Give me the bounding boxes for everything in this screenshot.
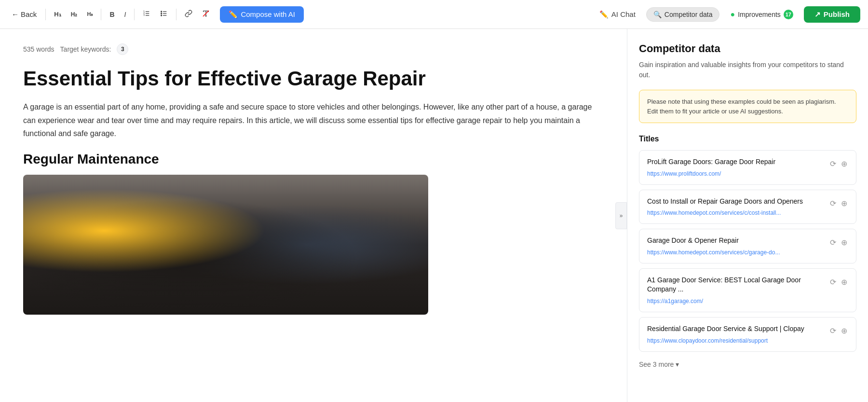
improvements-label: Improvements — [738, 11, 781, 18]
competitor-item: A1 Garage Door Service: BEST Local Garag… — [639, 268, 856, 312]
toolbar-right: ✏️ AI Chat 🔍 Competitor data ● Improveme… — [595, 6, 860, 23]
chevron-right-icon: » — [620, 212, 623, 219]
svg-point-10 — [161, 13, 162, 14]
competitor-add-button[interactable]: ⊕ — [840, 325, 848, 336]
competitor-refresh-button[interactable]: ⟳ — [829, 198, 837, 209]
svg-point-11 — [161, 15, 162, 16]
ai-chat-label: AI Chat — [611, 10, 636, 18]
competitor-item: Garage Door & Opener Repair https://www.… — [639, 229, 856, 263]
titles-section-label: Titles — [639, 135, 856, 143]
publish-label: Publish — [824, 10, 850, 18]
plagiarism-warning: Please note that using these examples co… — [639, 90, 856, 123]
search-icon: 🔍 — [653, 11, 662, 18]
competitor-refresh-button[interactable]: ⟳ — [829, 158, 837, 169]
h2-button[interactable]: H₂ — [68, 9, 81, 20]
competitor-item: ProLift Garage Doors: Garage Door Repair… — [639, 150, 856, 185]
competitor-item-title: A1 Garage Door Service: BEST Local Garag… — [647, 276, 824, 294]
panel-subtitle: Gain inspiration and valuable insights f… — [639, 60, 856, 80]
competitor-add-button[interactable]: ⊕ — [840, 277, 848, 288]
chevron-down-icon: ▾ — [676, 360, 679, 368]
toolbar-divider-4 — [176, 9, 176, 20]
ai-chat-icon: ✏️ — [599, 10, 609, 19]
improvements-button[interactable]: ● Improvements 17 — [725, 7, 798, 22]
article-intro[interactable]: A garage is an essential part of any hom… — [23, 100, 604, 140]
word-count: 535 words — [23, 45, 54, 53]
italic-button[interactable]: I — [121, 9, 130, 20]
back-button[interactable]: ← Back — [8, 8, 41, 20]
publish-button[interactable]: ↗ Publish — [804, 6, 860, 23]
competitor-item-title: Cost to Install or Repair Garage Doors a… — [647, 197, 824, 207]
ordered-list-button[interactable]: 1.2.3. — [139, 8, 154, 21]
article-title[interactable]: Essential Tips for Effective Garage Repa… — [23, 67, 604, 91]
bold-button[interactable]: B — [106, 9, 118, 20]
competitor-item-title: Residential Garage Door Service & Suppor… — [647, 324, 824, 334]
competitor-item-url[interactable]: https://www.homedepot.com/services/c/gar… — [647, 249, 780, 256]
competitor-item: Cost to Install or Repair Garage Doors a… — [639, 190, 856, 224]
competitor-item-url[interactable]: https://www.clopaydoor.com/residential/s… — [647, 337, 768, 344]
svg-point-9 — [161, 11, 162, 12]
publish-icon: ↗ — [814, 10, 821, 19]
competitor-item-title: ProLift Garage Doors: Garage Door Repair — [647, 157, 824, 167]
unordered-list-button[interactable] — [157, 8, 171, 21]
competitor-list: ProLift Garage Doors: Garage Door Repair… — [639, 150, 856, 352]
toolbar-left: ← Back H₁ H₂ H₃ B I 1.2.3. ✏️ Compose wi… — [8, 6, 304, 23]
competitor-item-actions: ⟳ ⊕ — [829, 236, 848, 248]
competitor-item: Residential Garage Door Service & Suppor… — [639, 317, 856, 352]
back-label: Back — [21, 10, 37, 18]
article-image-canvas — [23, 175, 428, 315]
target-keywords-label: Target keywords: — [60, 45, 111, 53]
see-more-label: See 3 more — [639, 360, 674, 368]
competitor-add-button[interactable]: ⊕ — [840, 198, 848, 209]
toolbar-divider-3 — [134, 9, 135, 20]
improvements-circle-icon: ● — [730, 10, 735, 19]
competitor-item-actions: ⟳ ⊕ — [829, 324, 848, 336]
panel-collapse-toggle[interactable]: » — [615, 202, 627, 229]
competitor-refresh-button[interactable]: ⟳ — [829, 325, 837, 336]
competitor-item-content: Garage Door & Opener Repair https://www.… — [647, 236, 824, 256]
back-arrow-icon: ← — [12, 10, 19, 18]
clear-format-button[interactable] — [199, 8, 213, 21]
competitor-item-content: ProLift Garage Doors: Garage Door Repair… — [647, 157, 824, 178]
competitor-item-actions: ⟳ ⊕ — [829, 197, 848, 209]
competitor-label: Competitor data — [665, 11, 713, 18]
ai-chat-button[interactable]: ✏️ AI Chat — [595, 7, 640, 22]
competitor-item-content: A1 Garage Door Service: BEST Local Garag… — [647, 276, 824, 305]
competitor-add-button[interactable]: ⊕ — [840, 158, 848, 169]
svg-text:3.: 3. — [144, 14, 146, 16]
main-layout: 535 words Target keywords: 3 Essential T… — [0, 29, 868, 402]
compose-with-ai-button[interactable]: ✏️ Compose with AI — [220, 6, 304, 23]
competitor-data-button[interactable]: 🔍 Competitor data — [646, 7, 720, 22]
improvements-badge: 17 — [784, 10, 793, 19]
link-button[interactable] — [181, 8, 196, 21]
toolbar-divider-1 — [45, 9, 46, 20]
editor-area[interactable]: 535 words Target keywords: 3 Essential T… — [0, 29, 627, 402]
competitor-item-url[interactable]: https://www.homedepot.com/services/c/cos… — [647, 209, 781, 216]
competitor-item-url[interactable]: https://www.proliftdoors.com/ — [647, 170, 721, 177]
competitor-item-actions: ⟳ ⊕ — [829, 157, 848, 169]
editor-meta: 535 words Target keywords: 3 — [23, 43, 604, 55]
compose-label: Compose with AI — [241, 10, 295, 18]
h1-button[interactable]: H₁ — [51, 9, 64, 20]
see-more-button[interactable]: See 3 more ▾ — [639, 357, 679, 372]
article-h2[interactable]: Regular Maintenance — [23, 152, 604, 167]
panel-title: Competitor data — [639, 42, 856, 55]
warning-text: Please note that using these examples co… — [647, 98, 836, 115]
toolbar-divider-2 — [101, 9, 101, 20]
competitor-item-content: Residential Garage Door Service & Suppor… — [647, 324, 824, 345]
competitor-item-url[interactable]: https://a1garage.com/ — [647, 298, 703, 305]
compose-icon: ✏️ — [229, 10, 238, 19]
competitor-item-content: Cost to Install or Repair Garage Doors a… — [647, 197, 824, 217]
article-image — [23, 175, 428, 315]
toolbar: ← Back H₁ H₂ H₃ B I 1.2.3. ✏️ Compose wi… — [0, 0, 868, 29]
competitor-refresh-button[interactable]: ⟳ — [829, 237, 837, 248]
competitor-add-button[interactable]: ⊕ — [840, 237, 848, 248]
h3-button[interactable]: H₃ — [83, 9, 96, 19]
right-panel: Competitor data Gain inspiration and val… — [627, 29, 868, 402]
keywords-count-badge: 3 — [117, 43, 128, 55]
competitor-item-actions: ⟳ ⊕ — [829, 276, 848, 288]
competitor-item-title: Garage Door & Opener Repair — [647, 236, 824, 246]
competitor-refresh-button[interactable]: ⟳ — [829, 277, 837, 288]
